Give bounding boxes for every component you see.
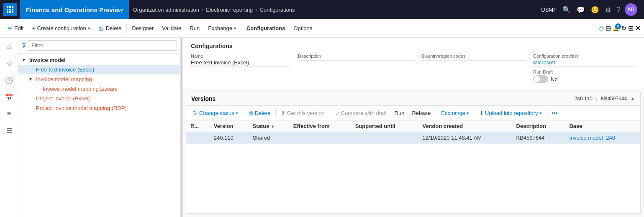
designer-button[interactable]: Designer [128,19,158,38]
user-avatar[interactable]: AD [625,3,637,16]
versions-delete-button[interactable]: 🗑 Delete [245,109,274,117]
compare-icon: ⤢ [335,110,340,116]
cell-supported-until [351,132,418,144]
versions-table: R... Version Status ▾ Effective from Sup… [186,120,640,213]
right-panel: Configurations Name Free text invoice (E… [182,38,644,217]
config-panel-title: Configurations [191,43,636,49]
tree-label-project-invoice: Project invoice (Excel) [36,95,90,102]
upload-repo-button[interactable]: ⬆ Upload into repository ▾ [476,109,544,117]
vt-sep-6 [547,109,547,117]
filter-input[interactable] [28,40,177,51]
nav-icon[interactable]: ⊞ [628,24,634,32]
configurations-tab[interactable]: Configurations [242,19,289,38]
field-country: Country/region codes [422,54,526,83]
expand-icon-model-mapping: ▼ [28,77,35,82]
grid-icon[interactable] [3,3,17,16]
settings-icon[interactable]: ⚙ [603,4,613,15]
left-panel: ⊽ ▼ Invoice model Free text invoice (Exc… [18,38,181,217]
col-header-version[interactable]: Version [210,120,249,132]
versions-collapse-icon[interactable]: ▲ [630,96,635,102]
help-icon[interactable]: ? [615,4,622,15]
tree-item-project-invoice[interactable]: Project invoice (Excel) [18,94,180,103]
breadcrumb-org[interactable]: Organization administration [133,7,199,13]
breadcrumb-configs[interactable]: Configurations [260,7,295,13]
col-header-version-created[interactable]: Version created [418,120,512,132]
svg-rect-4 [9,9,11,10]
exchange-chevron-icon: ▾ [234,26,236,31]
field-provider-value[interactable]: Microsoft [533,59,636,67]
download-icon: ⬇ [281,110,285,116]
exchange-button[interactable]: Exchange ▾ [204,19,240,38]
versions-exchange-button[interactable]: Exchange ▾ [438,109,472,117]
cmd-separator-2 [241,23,241,33]
notification-icon[interactable]: 🔔 0 [613,25,619,31]
menu-icon[interactable]: ☰ [2,123,17,138]
table-row[interactable]: 240.110 Shared 12/10/2020 11:48:41 AM KB… [186,132,640,144]
app-title: Finance and Operations Preview [20,0,129,19]
refresh-small-icon: ↻ [193,110,198,116]
get-this-version-button[interactable]: ⬇ Get this version [277,109,328,117]
clock-icon[interactable]: 🕐 [2,73,17,88]
plus-icon: + [32,25,35,32]
top-nav: Finance and Operations Preview Organizat… [0,0,644,19]
cell-base-num: 240 [606,135,615,141]
vt-sep-2 [275,109,276,117]
sep2: › [255,7,257,13]
calendar-icon[interactable]: 📅 [2,89,17,105]
cell-base-label[interactable]: Invoice model [569,135,603,141]
options-button[interactable]: Options [289,19,316,38]
field-description: Description [298,54,415,83]
main-layout: ⌂ ☆ 🕐 📅 ≡ ☰ ⊽ ▼ Invoice model Free text … [0,38,644,217]
col-header-effective-from[interactable]: Effective from [289,120,351,132]
col-header-description[interactable]: Description [512,120,565,132]
col-header-supported-until[interactable]: Supported until [351,120,418,132]
field-provider-label: Configuration provider [533,54,636,59]
versions-data-table: R... Version Status ▾ Effective from Sup… [186,120,640,144]
status-filter-icon: ▾ [272,124,274,129]
tree-item-project-rdp[interactable]: Project invoice model mapping (RDP) [18,103,180,113]
versions-tbody: 240.110 Shared 12/10/2020 11:48:41 AM KB… [186,132,640,144]
col-header-base[interactable]: Base [565,120,640,132]
expand-icon-invoice-model: ▼ [22,58,28,62]
versions-version-num: 240.110 [575,96,593,102]
tree-item-mapping-litware[interactable]: Invoice model mapping Litware [18,84,180,94]
rebase-button[interactable]: Rebase [408,109,434,117]
tree-item-model-mapping[interactable]: ▼ Invoice model mapping [18,74,180,84]
change-status-chevron: ▾ [236,111,238,115]
run-button[interactable]: Run [185,19,204,38]
smiley-icon[interactable]: 🙂 [589,4,601,15]
tree-item-invoice-model[interactable]: ▼ Invoice model [18,55,180,65]
delete-button[interactable]: 🗑 Delete [94,19,126,38]
home-icon[interactable]: ⌂ [2,39,17,54]
list-icon[interactable]: ≡ [2,106,17,121]
split-icon[interactable]: ⊟ [606,24,611,32]
svg-rect-6 [7,11,8,13]
vt-sep-4 [436,109,436,117]
run-draft-toggle[interactable] [533,75,548,83]
versions-run-button[interactable]: Run [391,109,408,117]
tree-item-free-text[interactable]: Free text invoice (Excel) [18,65,180,74]
chat-icon[interactable]: 💬 [575,4,587,15]
config-header: Configurations Name Free text invoice (E… [182,38,644,88]
compare-with-draft-button[interactable]: ⤢ Compare with draft [332,109,390,117]
top-nav-right: USMF 🔍 💬 🙂 ⚙ ? AD [539,3,641,16]
change-status-button[interactable]: ↻ Change status ▾ [190,108,241,117]
more-options-button[interactable]: ••• [549,109,561,117]
search-icon[interactable]: 🔍 [561,4,572,15]
create-config-button[interactable]: + Create configuration ▾ [28,19,94,38]
field-country-label: Country/region codes [422,54,526,59]
star-icon[interactable]: ☆ [2,56,17,71]
refresh-icon[interactable]: ↻ [621,24,626,32]
cell-description: KB4597644 [512,132,565,144]
diamond-icon[interactable]: ◇ [599,24,604,32]
run-draft-group: Run Draft No [533,69,636,83]
edit-button[interactable]: ✏ Edit [3,19,28,38]
run-draft-text: No [551,76,558,82]
versions-divider: | [596,96,597,102]
breadcrumb-er[interactable]: Electronic reporting [206,7,253,13]
validate-button[interactable]: Validate [158,19,185,38]
trash-icon: 🗑 [98,25,104,32]
close-icon[interactable]: ✕ [635,24,641,32]
left-rail: ⌂ ☆ 🕐 📅 ≡ ☰ [0,38,18,217]
col-header-status[interactable]: Status ▾ [249,120,289,132]
